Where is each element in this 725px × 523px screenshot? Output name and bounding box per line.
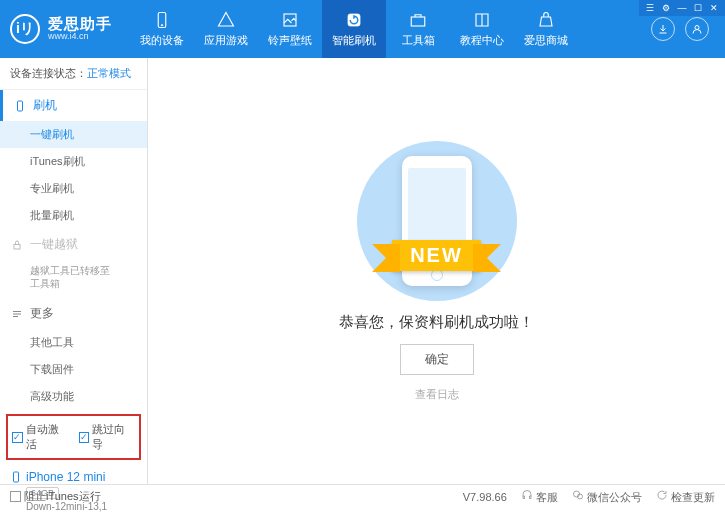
svg-point-1 bbox=[161, 24, 163, 26]
version-label: V7.98.66 bbox=[463, 491, 507, 503]
flash-icon bbox=[345, 11, 363, 29]
sidebar-item-download-firmware[interactable]: 下载固件 bbox=[0, 356, 147, 383]
connection-status: 设备连接状态：正常模式 bbox=[0, 58, 147, 90]
sidebar-section-more[interactable]: 更多 bbox=[0, 298, 147, 329]
jailbreak-note: 越狱工具已转移至 工具箱 bbox=[0, 260, 147, 298]
support-link[interactable]: 客服 bbox=[521, 489, 558, 505]
sidebar-item-oneclick-flash[interactable]: 一键刷机 bbox=[0, 121, 147, 148]
phone-icon bbox=[153, 11, 171, 29]
app-logo: iリ 爱思助手 www.i4.cn bbox=[10, 14, 130, 44]
user-icon bbox=[691, 23, 703, 35]
refresh-icon bbox=[656, 489, 668, 501]
sidebar-item-batch-flash[interactable]: 批量刷机 bbox=[0, 202, 147, 229]
sidebar-section-flash[interactable]: 刷机 bbox=[0, 90, 147, 121]
device-name: iPhone 12 mini bbox=[26, 470, 105, 484]
wallpaper-icon bbox=[281, 11, 299, 29]
sidebar-item-pro-flash[interactable]: 专业刷机 bbox=[0, 175, 147, 202]
device-phone-icon bbox=[10, 471, 22, 483]
maximize-button[interactable]: ☐ bbox=[691, 2, 705, 14]
account-button[interactable] bbox=[685, 17, 709, 41]
checkmark-icon: ✓ bbox=[79, 432, 90, 443]
store-icon bbox=[537, 11, 555, 29]
checkbox-skip-guide[interactable]: ✓ 跳过向导 bbox=[79, 422, 136, 452]
nav-tutorials[interactable]: 教程中心 bbox=[450, 0, 514, 58]
download-icon bbox=[657, 23, 669, 35]
ok-button[interactable]: 确定 bbox=[400, 344, 474, 375]
checkbox-auto-activate[interactable]: ✓ 自动激活 bbox=[12, 422, 69, 452]
sidebar: 设备连接状态：正常模式 刷机 一键刷机 iTunes刷机 专业刷机 批量刷机 一… bbox=[0, 58, 148, 484]
apps-icon bbox=[217, 11, 235, 29]
new-ribbon: NEW bbox=[392, 240, 481, 271]
nav-apps-games[interactable]: 应用游戏 bbox=[194, 0, 258, 58]
main-nav: 我的设备 应用游戏 铃声壁纸 智能刷机 工具箱 教程中心 爱思商城 bbox=[130, 0, 651, 58]
close-button[interactable]: ✕ bbox=[707, 2, 721, 14]
view-log-link[interactable]: 查看日志 bbox=[415, 387, 459, 402]
svg-rect-6 bbox=[18, 101, 23, 111]
options-highlight-box: ✓ 自动激活 ✓ 跳过向导 bbox=[6, 414, 141, 460]
wechat-icon bbox=[572, 489, 584, 501]
sidebar-item-itunes-flash[interactable]: iTunes刷机 bbox=[0, 148, 147, 175]
book-icon bbox=[473, 11, 491, 29]
more-icon bbox=[10, 307, 24, 321]
lock-icon bbox=[10, 238, 24, 252]
nav-store[interactable]: 爱思商城 bbox=[514, 0, 578, 58]
check-update-link[interactable]: 检查更新 bbox=[656, 489, 715, 505]
svg-point-5 bbox=[695, 26, 699, 30]
sidebar-section-jailbreak[interactable]: 一键越狱 bbox=[0, 229, 147, 260]
headset-icon bbox=[521, 489, 533, 501]
svg-rect-7 bbox=[14, 244, 20, 249]
success-illustration: NEW bbox=[337, 141, 537, 301]
wechat-link[interactable]: 微信公众号 bbox=[572, 489, 642, 505]
checkmark-icon: ✓ bbox=[12, 432, 23, 443]
svg-rect-4 bbox=[411, 17, 425, 26]
svg-rect-8 bbox=[14, 472, 19, 482]
settings-button[interactable]: ⚙ bbox=[659, 2, 673, 14]
menu-button[interactable]: ☰ bbox=[643, 2, 657, 14]
nav-toolbox[interactable]: 工具箱 bbox=[386, 0, 450, 58]
app-title: 爱思助手 bbox=[48, 16, 112, 33]
phone-small-icon bbox=[13, 99, 27, 113]
checkbox-block-itunes[interactable]: 阻止iTunes运行 bbox=[10, 489, 101, 504]
download-button[interactable] bbox=[651, 17, 675, 41]
nav-ringtones[interactable]: 铃声壁纸 bbox=[258, 0, 322, 58]
nav-my-device[interactable]: 我的设备 bbox=[130, 0, 194, 58]
success-message: 恭喜您，保资料刷机成功啦！ bbox=[339, 313, 534, 332]
logo-icon: iリ bbox=[10, 14, 40, 44]
header-actions bbox=[651, 17, 715, 41]
app-url: www.i4.cn bbox=[48, 32, 112, 42]
toolbox-icon bbox=[409, 11, 427, 29]
minimize-button[interactable]: — bbox=[675, 2, 689, 14]
window-titlebar: ☰ ⚙ — ☐ ✕ bbox=[639, 0, 725, 16]
sidebar-item-other-tools[interactable]: 其他工具 bbox=[0, 329, 147, 356]
app-header: iリ 爱思助手 www.i4.cn 我的设备 应用游戏 铃声壁纸 智能刷机 工具… bbox=[0, 0, 725, 58]
svg-rect-2 bbox=[284, 14, 296, 26]
main-content: NEW 恭喜您，保资料刷机成功啦！ 确定 查看日志 bbox=[148, 58, 725, 484]
sidebar-item-advanced[interactable]: 高级功能 bbox=[0, 383, 147, 410]
nav-smart-flash[interactable]: 智能刷机 bbox=[322, 0, 386, 58]
checkbox-empty-icon bbox=[10, 491, 21, 502]
